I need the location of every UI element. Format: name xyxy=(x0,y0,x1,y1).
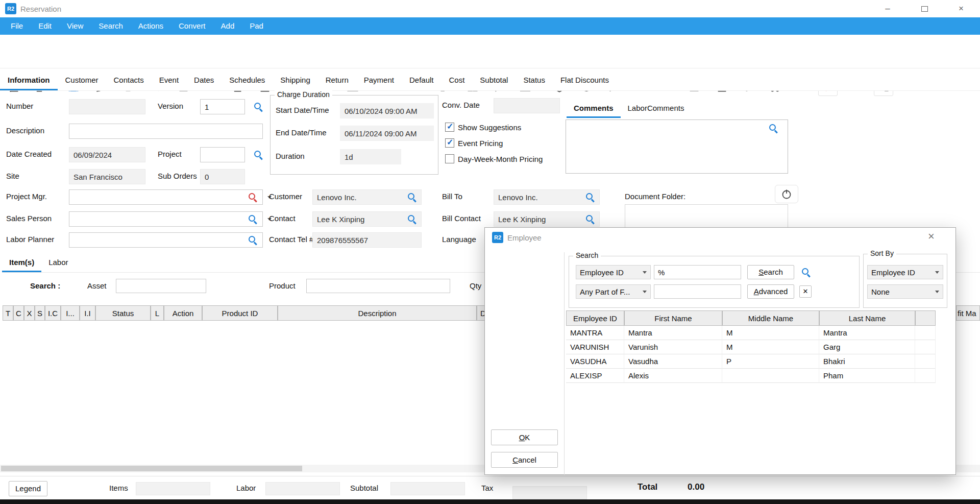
duration-input[interactable]: 1d xyxy=(340,149,401,164)
col-header-c[interactable]: C xyxy=(13,305,24,321)
dialog-close-button[interactable]: × xyxy=(928,230,935,243)
dialog-search-button[interactable]: Search xyxy=(747,265,794,279)
conv-date-input[interactable] xyxy=(494,98,560,113)
menu-add[interactable]: Add xyxy=(213,17,242,35)
ok-button[interactable]: OK xyxy=(491,429,558,445)
tab-customer[interactable]: Customer xyxy=(58,70,106,90)
tab-return[interactable]: Return xyxy=(318,70,356,90)
col-header-ii[interactable]: I.I xyxy=(80,305,95,321)
tab-status[interactable]: Status xyxy=(516,70,553,90)
sales-person-search-icon[interactable] xyxy=(248,214,257,224)
col-header-t[interactable]: T xyxy=(3,305,13,321)
contact-search-icon[interactable] xyxy=(407,214,416,224)
show-suggestions-option[interactable]: Show Suggestions xyxy=(445,123,521,132)
menu-edit[interactable]: Edit xyxy=(31,17,59,35)
restore-button[interactable] xyxy=(912,0,937,17)
legend-button[interactable]: Legend xyxy=(9,481,47,496)
bill-to-search-icon[interactable] xyxy=(585,193,595,202)
dialog-sort-combo[interactable]: Employee ID xyxy=(867,265,943,279)
dialog-field-combo[interactable]: Employee ID xyxy=(576,265,651,279)
menu-view[interactable]: View xyxy=(59,17,91,35)
tab-labor[interactable]: Labor xyxy=(41,254,75,272)
start-datetime-input[interactable]: 06/10/2024 09:00 AM xyxy=(340,103,434,118)
cancel-button[interactable]: Cancel xyxy=(491,452,558,468)
description-input[interactable] xyxy=(69,124,263,139)
labor-planner-input[interactable] xyxy=(69,232,263,248)
project-mgr-search-icon[interactable] xyxy=(248,193,257,202)
col-header-action[interactable]: Action xyxy=(164,305,202,321)
cell-first-name[interactable]: Varunish xyxy=(624,340,722,354)
emp-col-first-name[interactable]: First Name xyxy=(624,310,722,326)
employee-row[interactable]: VASUDHA Vasudha P Bhakri xyxy=(566,354,936,369)
site-input[interactable]: San Francisco xyxy=(69,169,145,184)
document-folder-button[interactable] xyxy=(775,185,798,203)
cell-employee-id[interactable]: ALEXISP xyxy=(566,369,624,383)
cell-first-name[interactable]: Vasudha xyxy=(624,354,722,369)
employee-row[interactable]: MANTRA Mantra M Mantra xyxy=(566,326,936,340)
tab-flat-discounts[interactable]: Flat Discounts xyxy=(553,70,617,90)
dialog-clear-button[interactable]: ✕ xyxy=(799,285,812,298)
items-hscrollbar-thumb[interactable] xyxy=(1,466,302,471)
number-input[interactable] xyxy=(69,99,145,114)
project-mgr-input[interactable] xyxy=(69,189,263,205)
employee-row[interactable]: ALEXISP Alexis Pham xyxy=(566,369,936,383)
dialog-advanced-input[interactable] xyxy=(654,284,741,299)
product-input[interactable] xyxy=(306,279,450,293)
emp-col-employee-id[interactable]: Employee ID xyxy=(566,310,624,326)
col-header-product-id[interactable]: Product ID xyxy=(202,305,278,321)
menu-pad[interactable]: Pad xyxy=(242,17,271,35)
tab-dates[interactable]: Dates xyxy=(186,70,222,90)
cell-last-name[interactable]: Garg xyxy=(819,340,915,354)
cell-middle-name[interactable]: M xyxy=(722,326,819,340)
col-header-ic[interactable]: I.C xyxy=(45,305,61,321)
contact-tel-input[interactable]: 209876555567 xyxy=(312,232,422,248)
cell-middle-name[interactable]: P xyxy=(722,354,819,369)
project-input[interactable] xyxy=(200,147,245,162)
employee-row[interactable]: VARUNISH Varunish M Garg xyxy=(566,340,936,354)
dialog-sort-none-combo[interactable]: None xyxy=(867,284,943,299)
cell-last-name[interactable]: Bhakri xyxy=(819,354,915,369)
cell-last-name[interactable]: Pham xyxy=(819,369,915,383)
sub-orders-input[interactable]: 0 xyxy=(200,169,245,184)
tab-shipping[interactable]: Shipping xyxy=(273,70,317,90)
tab-event[interactable]: Event xyxy=(152,70,186,90)
cell-employee-id[interactable]: VARUNISH xyxy=(566,340,624,354)
col-header-s[interactable]: S xyxy=(35,305,45,321)
sales-person-input[interactable] xyxy=(69,211,263,227)
cell-last-name[interactable]: Mantra xyxy=(819,326,915,340)
menu-actions[interactable]: Actions xyxy=(131,17,171,35)
emp-col-middle-name[interactable]: Middle Name xyxy=(722,310,819,326)
menu-search[interactable]: Search xyxy=(91,17,131,35)
dialog-search-icon[interactable] xyxy=(801,268,811,277)
tab-labor-comments[interactable]: LaborComments xyxy=(621,100,692,118)
tab-information[interactable]: Information xyxy=(0,70,58,90)
cell-first-name[interactable]: Alexis xyxy=(624,369,722,383)
tab-cost[interactable]: Cost xyxy=(442,70,473,90)
emp-col-last-name[interactable]: Last Name xyxy=(819,310,915,326)
tab-subtotal[interactable]: Subtotal xyxy=(472,70,516,90)
tab-items[interactable]: Item(s) xyxy=(2,254,41,272)
day-week-month-checkbox[interactable] xyxy=(445,154,454,163)
dialog-advanced-button[interactable]: Advanced xyxy=(747,284,794,299)
comments-search-icon[interactable] xyxy=(769,124,778,133)
dialog-search-input[interactable]: % xyxy=(654,265,741,279)
col-header-status[interactable]: Status xyxy=(95,305,151,321)
show-suggestions-checkbox[interactable] xyxy=(445,123,454,132)
end-datetime-input[interactable]: 06/11/2024 09:00 AM xyxy=(340,126,434,141)
event-pricing-option[interactable]: Event Pricing xyxy=(445,138,503,148)
dialog-match-combo[interactable]: Any Part of F... xyxy=(576,284,651,299)
bill-contact-search-icon[interactable] xyxy=(585,214,595,224)
tab-default[interactable]: Default xyxy=(402,70,442,90)
tab-payment[interactable]: Payment xyxy=(356,70,402,90)
cell-employee-id[interactable]: MANTRA xyxy=(566,326,624,340)
contact-input[interactable]: Lee K Xinping xyxy=(312,211,422,227)
cell-employee-id[interactable]: VASUDHA xyxy=(566,354,624,369)
tab-contacts[interactable]: Contacts xyxy=(106,70,152,90)
project-search-icon[interactable] xyxy=(254,150,263,159)
cell-middle-name[interactable] xyxy=(722,369,819,383)
version-input[interactable]: 1 xyxy=(200,99,245,114)
customer-search-icon[interactable] xyxy=(407,193,416,202)
labor-planner-search-icon[interactable] xyxy=(248,235,257,245)
col-header-l[interactable]: L xyxy=(151,305,164,321)
event-pricing-checkbox[interactable] xyxy=(445,138,454,148)
